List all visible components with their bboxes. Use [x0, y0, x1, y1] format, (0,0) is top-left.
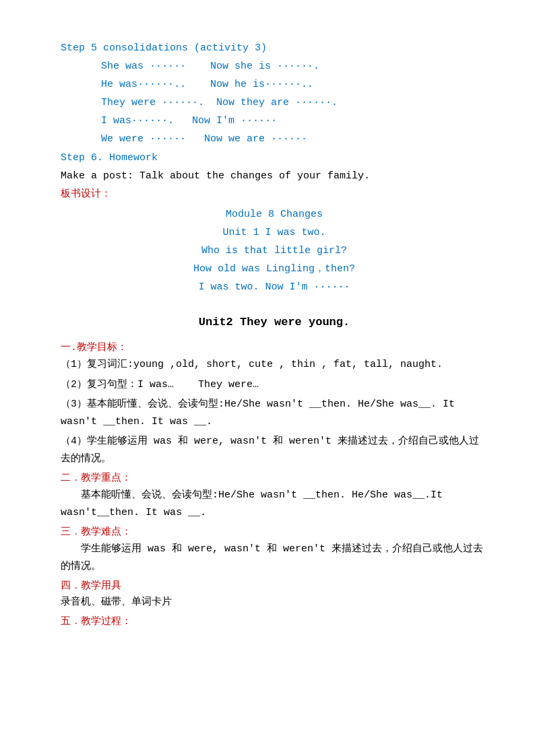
board-content: Module 8 Changes Unit 1 I was two. Who i… — [61, 207, 488, 296]
section-tools-header: 四．教学用具 — [61, 579, 488, 592]
step5-line1: She was ······ Now she is ······. — [101, 59, 488, 75]
section-process-header: 五．教学过程： — [61, 615, 488, 627]
board-line2: Unit 1 I was two. — [61, 225, 488, 241]
step5-line4: I was······. Now I'm ······ — [101, 113, 488, 129]
difficulty-content: 学生能够运用 was 和 were, wasn't 和 weren't 来描述过… — [61, 541, 488, 575]
step5-line2: He was······.. Now he is······.. — [101, 77, 488, 93]
section-key-points-header: 二．教学重点： — [61, 471, 488, 484]
step5-line3: They were ······. Now they are ······. — [101, 95, 488, 111]
board-label: 板书设计： — [61, 186, 488, 203]
step6-homework: Make a post: Talk about the changes of y… — [61, 168, 488, 184]
board-line1: Module 8 Changes — [61, 207, 488, 223]
board-line3: Who is that little girl? — [61, 243, 488, 259]
section-difficulty-header: 三．教学难点： — [61, 525, 488, 538]
board-line5: I was two. Now I'm ······ — [61, 279, 488, 296]
unit2-title: Unit2 They were young. — [61, 316, 488, 329]
section-teaching-goals-header: 一.教学目标： — [61, 341, 488, 353]
tools-content: 录音机、磁带、单词卡片 — [61, 594, 488, 611]
step5-line5: We were ······ Now we are ······ — [101, 131, 488, 147]
step5-header: Step 5 consolidations (activity 3) — [61, 40, 488, 57]
goal-4-line1: （4）学生能够运用 was 和 were, wasn't 和 weren't 来… — [61, 433, 488, 467]
step6-header: Step 6. Homework — [61, 150, 488, 166]
key-point-content: 基本能听懂、会说、会读句型:He/She wasn't __then. He/S… — [61, 487, 488, 521]
goal-3: （3）基本能听懂、会说、会读句型:He/She wasn't __then. H… — [61, 396, 488, 430]
board-line4: How old was Lingling，then? — [61, 261, 488, 277]
goal-1: （1）复习词汇:young ,old, short, cute , thin ,… — [61, 356, 488, 374]
goal-2: （2）复习句型：I was… They were… — [61, 376, 488, 394]
